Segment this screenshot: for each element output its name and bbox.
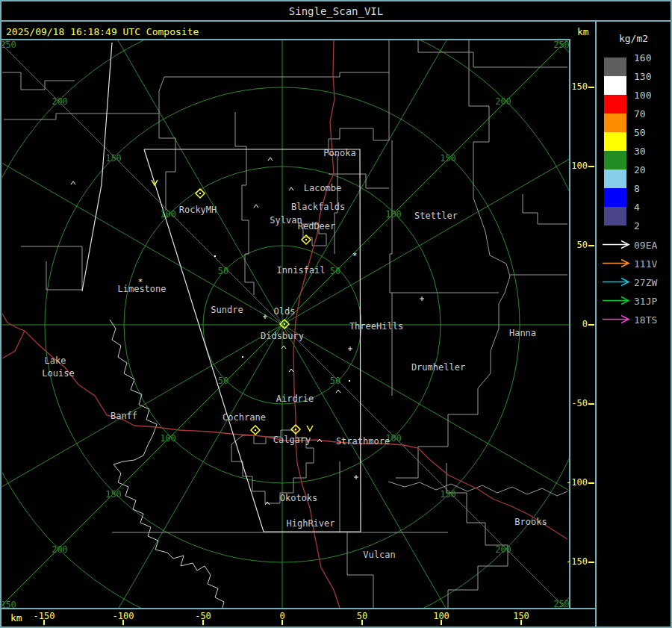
city-label: Limestone — [117, 284, 166, 294]
city-label: Calgary — [273, 435, 311, 445]
range-ring-label: 200 — [52, 96, 68, 107]
azimuth-ray — [77, 325, 282, 608]
city-label: Strathmore — [336, 436, 390, 447]
plus-marker-icon — [263, 314, 267, 319]
city-label: Cochrane — [223, 412, 266, 423]
y-axis-tick-mark — [588, 245, 594, 246]
dot-marker-icon — [349, 380, 350, 382]
range-ring-label: 50 — [330, 266, 340, 276]
right-axis-unit-label: km — [577, 26, 589, 37]
scale-swatch — [604, 132, 626, 151]
map-frame: 5050505010010010010015015015015020020020… — [2, 40, 569, 608]
radar-arrow-icon — [602, 313, 632, 327]
city-label: Didsbury — [261, 331, 304, 341]
range-ring-label: 250 — [553, 599, 569, 608]
county-boundary — [523, 194, 567, 224]
legend-unit-label: kg/m2 — [597, 33, 671, 44]
y-axis-tick-label: -150 — [566, 556, 588, 567]
range-ring-label: 150 — [440, 489, 456, 500]
x-axis-tick-mark — [43, 620, 45, 625]
city-label: Okotoks — [280, 493, 318, 503]
radar-id-label: 18TS — [634, 314, 657, 326]
county-boundary — [347, 532, 373, 608]
range-ring-label: 50 — [330, 376, 340, 386]
radar-arrow-icon — [602, 257, 632, 271]
county-boundary — [447, 463, 508, 608]
scale-value-label: 30 — [634, 146, 646, 157]
scale-swatch — [604, 151, 626, 170]
y-axis-tick-mark — [588, 482, 594, 484]
scale-swatch — [604, 188, 626, 207]
range-ring-label: 150 — [105, 153, 122, 164]
radar-arrow-icon — [602, 294, 632, 308]
radar-app-window: Single_Scan_VIL 2025/09/18 16:18:49 UTC … — [0, 0, 672, 628]
radar-id-label: 111V — [634, 258, 657, 270]
peak-marker-icon — [289, 187, 293, 190]
y-axis-tick-mark — [588, 403, 594, 405]
radar-id-label: 27ZW — [634, 277, 657, 288]
plus-marker-icon — [420, 296, 424, 301]
range-ring-label: 50 — [218, 376, 228, 386]
scale-swatch — [604, 76, 626, 95]
peak-marker-icon — [71, 181, 75, 184]
azimuth-ray — [2, 325, 282, 608]
radar-map[interactable]: 5050505010010010010015015015015020020020… — [2, 40, 569, 608]
city-label: Brooks — [514, 517, 547, 527]
border-line — [0, 0, 1, 628]
city-label: Stettler — [414, 211, 458, 221]
city-label: Louise — [42, 368, 74, 379]
county-boundary — [390, 140, 392, 396]
radar-site-icon — [255, 429, 256, 431]
peak-marker-icon — [254, 205, 258, 208]
range-ring-label: 100 — [160, 433, 176, 444]
city-label: Olds — [274, 306, 296, 317]
peak-marker-icon — [289, 369, 293, 372]
city-label: Sundre — [211, 305, 243, 315]
star-marker-icon: * — [352, 251, 358, 261]
x-axis-tick-mark — [361, 620, 363, 625]
range-ring-label: 200 — [495, 544, 511, 555]
radar-arrow-icon — [602, 238, 632, 252]
border-line — [569, 39, 570, 609]
city-label: Vulcan — [363, 550, 395, 560]
y-axis-tick-mark — [588, 562, 594, 563]
y-axis-tick-mark — [588, 166, 594, 167]
highway-line — [2, 331, 25, 358]
county-boundary — [159, 114, 175, 211]
city-label: Ponoka — [323, 148, 355, 158]
radar-site-icon — [295, 429, 296, 430]
border-line — [0, 20, 672, 22]
county-boundary — [4, 40, 389, 119]
scale-value-label: 70 — [634, 108, 646, 119]
scale-value-label: 20 — [634, 164, 646, 175]
scale-value-label: 8 — [634, 183, 640, 194]
plus-marker-icon — [348, 346, 352, 351]
y-axis-tick-label: 0 — [582, 319, 588, 329]
city-label: ThreeHills — [349, 321, 403, 332]
scale-value-label: 4 — [634, 202, 640, 213]
city-label: Drumheller — [411, 362, 465, 373]
y-axis-tick-mark — [588, 324, 594, 326]
scale-swatch — [604, 170, 626, 188]
scale-value-label: 130 — [634, 71, 651, 82]
y-axis-tick-label: 100 — [571, 161, 588, 171]
county-boundary — [235, 112, 254, 295]
x-axis-tick-mark — [281, 620, 283, 625]
scale-value-label: 160 — [634, 52, 651, 63]
radar-id-label: 31JP — [634, 296, 657, 307]
range-ring-label: 150 — [440, 153, 456, 164]
county-boundary — [396, 40, 510, 478]
range-ring-label: 250 — [553, 40, 569, 50]
y-axis-tick-label: -100 — [566, 477, 588, 488]
city-label: Hanna — [509, 328, 536, 338]
city-label: HighRiver — [286, 518, 335, 529]
range-ring-label: 200 — [495, 96, 511, 107]
border-line — [0, 608, 597, 609]
city-label: Blackfalds — [291, 202, 345, 212]
range-ring-label: 250 — [2, 40, 16, 50]
dot-marker-icon — [242, 356, 243, 358]
bottom-axis-unit-label: km — [10, 612, 22, 624]
radar-site-icon — [284, 323, 285, 325]
peak-marker-icon — [336, 390, 340, 393]
y-axis-tick-mark — [588, 87, 594, 88]
